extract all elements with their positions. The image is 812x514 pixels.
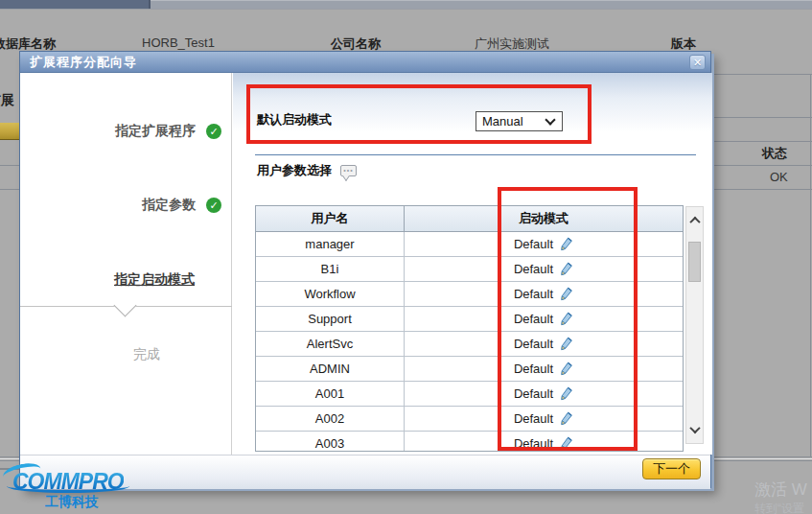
bg-table-line <box>0 189 19 190</box>
chevron-up-icon <box>689 217 700 227</box>
step-specify-parameters[interactable]: 指定参数 ✓ <box>20 197 231 214</box>
startup-mode-cell: Default <box>405 432 683 452</box>
username-cell: ADMIN <box>256 357 405 381</box>
wizard-main-panel: 默认启动模式 Manual 用户参数选择 ••• 用户名 启动模式 manage… <box>233 73 712 455</box>
username-cell: Support <box>256 307 405 331</box>
edit-pencil-icon[interactable] <box>559 312 573 326</box>
close-button[interactable]: ✕ <box>689 55 706 70</box>
step-label: 指定扩展程序 <box>115 123 196 140</box>
startup-mode-column-header: 启动模式 <box>405 206 683 231</box>
logo-company-text: 工博科技 <box>45 494 99 511</box>
table-row: A003Default <box>256 432 683 452</box>
next-button[interactable]: 下一个 <box>642 458 701 479</box>
dialog-body: 指定扩展程序 ✓ 指定参数 ✓ 指定启动模式 完成 默认启动模式 Manual <box>20 73 710 455</box>
browser-tab-strip-inactive <box>151 0 812 9</box>
bg-partial-title: 扩展 <box>0 92 19 109</box>
mode-value: Default <box>514 386 553 401</box>
bg-table-line <box>712 74 812 75</box>
section-separator <box>255 154 696 155</box>
step-specify-startup-mode[interactable]: 指定启动模式 <box>20 271 231 289</box>
bg-window-border <box>810 74 811 456</box>
startup-mode-cell: Default <box>405 357 683 381</box>
table-header-row: 用户名 启动模式 <box>256 206 683 232</box>
dropdown-selected-value: Manual <box>476 114 546 128</box>
table-row: WorkflowDefault <box>256 282 683 307</box>
extension-assignment-wizard-dialog: 扩展程序分配向导 ✕ 指定扩展程序 ✓ 指定参数 ✓ 指定启动模式 完成 默 <box>19 51 711 488</box>
mode-value: Default <box>514 362 553 376</box>
chevron-down-icon <box>113 293 136 316</box>
table-row: AlertSvcDefault <box>256 332 683 357</box>
table-row: A001Default <box>256 382 683 407</box>
default-startup-mode-label: 默认启动模式 <box>257 111 332 128</box>
username-cell: manager <box>256 232 405 256</box>
dialog-title: 扩展程序分配向导 <box>20 54 137 71</box>
user-startup-mode-table: 用户名 启动模式 managerDefaultB1iDefaultWorkflo… <box>255 205 684 452</box>
startup-mode-cell: Default <box>405 407 683 431</box>
browser-tab-strip <box>0 0 149 9</box>
chevron-down-icon <box>545 114 555 125</box>
bg-table-line <box>712 117 812 118</box>
commpro-logo: COMMPRO 工博科技 <box>5 466 149 514</box>
username-cell: A003 <box>256 432 405 452</box>
username-cell: B1i <box>256 257 405 281</box>
step-completed-check-icon: ✓ <box>206 124 221 139</box>
table-row: B1iDefault <box>256 257 683 282</box>
logo-underline-swoosh <box>7 479 129 493</box>
edit-pencil-icon[interactable] <box>559 237 573 251</box>
bg-table-line <box>712 165 812 166</box>
edit-pencil-icon[interactable] <box>559 411 573 426</box>
startup-mode-cell: Default <box>405 332 683 356</box>
username-cell: A001 <box>256 382 405 406</box>
table-row: managerDefault <box>256 232 683 257</box>
username-cell: AlertSvc <box>256 332 405 356</box>
startup-mode-cell: Default <box>405 232 683 256</box>
mode-value: Default <box>514 337 553 351</box>
scrollbar-down-button[interactable] <box>686 418 703 441</box>
edit-pencil-icon[interactable] <box>559 337 573 351</box>
edit-pencil-icon[interactable] <box>559 436 573 451</box>
bg-table-line <box>0 165 19 166</box>
mode-value: Default <box>514 436 553 451</box>
mode-value: Default <box>514 287 553 301</box>
startup-mode-cell: Default <box>405 257 683 281</box>
activate-windows-watermark-line2: 转到“设置 <box>754 501 804 514</box>
status-value: OK <box>770 170 788 184</box>
edit-pencil-icon[interactable] <box>559 386 573 401</box>
table-row: ADMINDefault <box>256 357 683 382</box>
edit-pencil-icon[interactable] <box>559 262 573 276</box>
startup-mode-cell: Default <box>405 382 683 406</box>
startup-mode-cell: Default <box>405 307 683 331</box>
username-column-header: 用户名 <box>256 206 405 231</box>
db-name-value: HORB_Test1 <box>142 35 215 50</box>
username-cell: A002 <box>256 407 405 431</box>
status-column-header: 状态 <box>762 145 787 162</box>
username-cell: Workflow <box>256 282 405 306</box>
wizard-steps-sidebar: 指定扩展程序 ✓ 指定参数 ✓ 指定启动模式 完成 <box>20 73 232 455</box>
bg-table-line <box>712 189 812 190</box>
dialog-titlebar[interactable]: 扩展程序分配向导 ✕ <box>20 52 710 73</box>
step-completed-check-icon: ✓ <box>206 198 221 213</box>
mode-value: Default <box>514 312 553 326</box>
table-scrollbar[interactable] <box>685 206 704 444</box>
bg-highlighted-row <box>0 123 19 140</box>
step-label: 指定启动模式 <box>114 271 195 289</box>
scrollbar-thumb[interactable] <box>688 242 701 282</box>
step-specify-extension[interactable]: 指定扩展程序 ✓ <box>20 123 231 140</box>
edit-pencil-icon[interactable] <box>559 287 573 301</box>
startup-mode-dropdown[interactable]: Manual <box>476 111 563 131</box>
top-divider-line <box>0 9 812 10</box>
step-finish: 完成 <box>20 346 231 363</box>
user-table-body: managerDefaultB1iDefaultWorkflowDefaultS… <box>256 232 683 452</box>
bg-table-line <box>712 141 812 142</box>
scrollbar-up-button[interactable] <box>686 209 703 232</box>
table-row: A002Default <box>256 407 683 432</box>
mode-value: Default <box>514 411 553 426</box>
step-label: 完成 <box>133 346 160 363</box>
table-row: SupportDefault <box>256 307 683 332</box>
user-params-section-label: 用户参数选择 <box>257 162 332 179</box>
chevron-down-icon <box>689 423 700 433</box>
mode-value: Default <box>514 237 553 251</box>
tooltip-bubble-icon[interactable]: ••• <box>340 165 357 176</box>
mode-value: Default <box>514 262 553 276</box>
edit-pencil-icon[interactable] <box>559 362 573 376</box>
